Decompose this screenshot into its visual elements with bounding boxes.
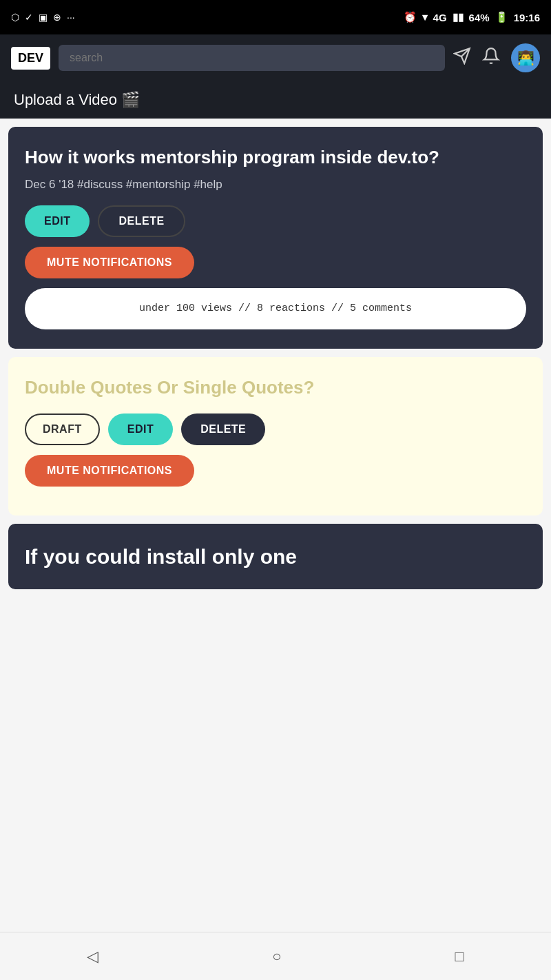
wifi-icon: ▾ <box>422 11 428 23</box>
battery-label: 64% <box>469 12 490 23</box>
home-button[interactable]: ○ <box>251 941 302 972</box>
app-icon-5: ··· <box>67 12 75 23</box>
article-1-actions-row: EDIT DELETE <box>25 205 526 237</box>
article-card-1: How it works mentorship program inside d… <box>8 127 543 349</box>
back-button[interactable]: ◁ <box>66 941 119 972</box>
article-2-actions-row: DRAFT EDIT DELETE <box>25 414 526 445</box>
signal-icon: ▮▮ <box>453 11 464 23</box>
article-card-3: If you could install only one <box>8 524 543 589</box>
article-2-mute-button[interactable]: MUTE NOTIFICATIONS <box>25 455 194 487</box>
dev-logo[interactable]: DEV <box>11 47 50 70</box>
status-left: ⬡ ✓ ▣ ⊕ ··· <box>11 12 75 23</box>
article-2-draft-button[interactable]: DRAFT <box>25 414 100 445</box>
avatar[interactable]: 👨‍💻 <box>511 43 540 72</box>
app-icon-1: ⬡ <box>11 12 19 23</box>
article-1-edit-button[interactable]: EDIT <box>25 205 90 237</box>
time-label: 19:16 <box>514 12 540 23</box>
article-2-delete-button[interactable]: DELETE <box>181 414 265 445</box>
article-card-2: Double Quotes Or Single Quotes? DRAFT ED… <box>8 357 543 515</box>
alarm-icon: ⏰ <box>404 11 417 23</box>
nav-bar: DEV 👨‍💻 <box>0 34 551 81</box>
send-icon[interactable] <box>453 47 471 69</box>
article-1-stats: under 100 views // 8 reactions // 5 comm… <box>25 288 526 329</box>
article-2-edit-button[interactable]: EDIT <box>108 414 173 445</box>
app-icon-3: ▣ <box>39 12 48 23</box>
status-right: ⏰ ▾ 4G ▮▮ 64% 🔋 19:16 <box>404 11 540 23</box>
article-title-1: How it works mentorship program inside d… <box>25 146 526 170</box>
article-title-2: Double Quotes Or Single Quotes? <box>25 376 526 400</box>
app-icon-4: ⊕ <box>53 12 61 23</box>
nav-icons: 👨‍💻 <box>453 43 540 72</box>
article-2-mute-row: MUTE NOTIFICATIONS <box>25 455 526 496</box>
bottom-nav: ◁ ○ □ <box>0 932 551 980</box>
upload-text: Upload a Video 🎬 <box>14 91 140 108</box>
bell-icon[interactable] <box>482 47 500 69</box>
status-bar: ⬡ ✓ ▣ ⊕ ··· ⏰ ▾ 4G ▮▮ 64% 🔋 19:16 <box>0 0 551 34</box>
search-input[interactable] <box>59 45 445 71</box>
article-meta-1: Dec 6 '18 #discuss #mentorship #help <box>25 178 526 192</box>
article-1-delete-button[interactable]: DELETE <box>98 205 185 237</box>
network-label: 4G <box>433 12 447 23</box>
article-1-mute-button[interactable]: MUTE NOTIFICATIONS <box>25 247 194 278</box>
app-icon-2: ✓ <box>25 12 33 23</box>
article-1-mute-row: MUTE NOTIFICATIONS <box>25 247 526 288</box>
article-title-3: If you could install only one <box>25 543 526 570</box>
battery-icon: 🔋 <box>495 11 508 23</box>
upload-banner: Upload a Video 🎬 <box>0 81 551 119</box>
recents-button[interactable]: □ <box>435 941 485 972</box>
